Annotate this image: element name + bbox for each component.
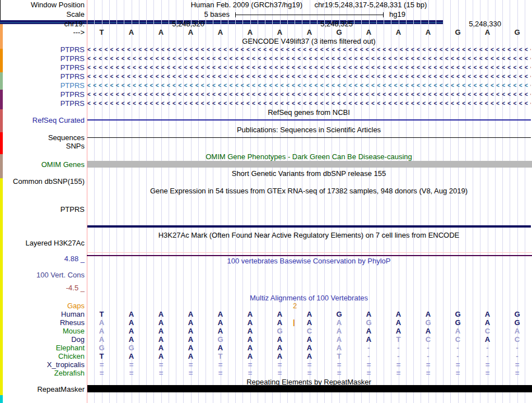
- species-label-rhesus[interactable]: Rhesus: [0, 319, 85, 326]
- assembly-title: Human Feb. 2009 (GRCh37/hg19): [191, 1, 302, 9]
- align-base: A: [384, 311, 413, 318]
- cons-max-label: 4.88 _: [0, 255, 85, 262]
- align-base: =: [443, 361, 473, 368]
- align-base: A: [295, 353, 324, 360]
- align-base: T: [87, 311, 116, 318]
- omim-genes-label[interactable]: OMIM Genes: [0, 161, 85, 168]
- align-base: C: [443, 336, 473, 343]
- strand-label: --->: [0, 29, 85, 36]
- align-base: =: [265, 369, 295, 377]
- align-base: A: [384, 319, 413, 326]
- gtex-gene-model-line[interactable]: [87, 225, 531, 228]
- gencode-gene-label[interactable]: PTPRS: [0, 91, 85, 98]
- gencode-gene-label[interactable]: PTPRS: [0, 64, 85, 71]
- align-base: =: [146, 361, 176, 368]
- align-base: G: [413, 319, 443, 326]
- snps-label[interactable]: SNPs: [0, 142, 85, 150]
- dbsnp-title: Short Genetic Variants from dbSNP releas…: [87, 170, 531, 177]
- species-label-chicken[interactable]: Chicken: [0, 353, 85, 360]
- align-base: A: [265, 319, 295, 326]
- sequences-label[interactable]: Sequences: [0, 134, 85, 141]
- repeatmasker-bar[interactable]: [87, 385, 532, 392]
- align-base: A: [87, 319, 116, 326]
- gencode-gene-arrows: <<<<<<<<<<<<<<<<<<<<<<<<<<<<<<<<<<<<<<<<…: [87, 73, 531, 80]
- align-base: A: [354, 311, 384, 318]
- gtex-gene-label[interactable]: PTPRS: [0, 206, 85, 213]
- align-base: G: [502, 319, 532, 326]
- align-base: =: [116, 369, 146, 377]
- align-base: C: [413, 336, 443, 343]
- refseq-curated-label[interactable]: RefSeq Curated: [0, 117, 85, 124]
- gencode-gene-label[interactable]: PTPRS: [0, 55, 85, 62]
- align-base: G: [265, 327, 295, 335]
- genome-browser-image[interactable]: Window Position Human Feb. 2009 (GRCh37/…: [0, 0, 532, 403]
- species-label-zebrafish[interactable]: Zebrafish: [0, 369, 85, 377]
- align-base: A: [235, 344, 265, 351]
- align-base: =: [354, 369, 384, 377]
- sequence-base: A: [146, 29, 176, 36]
- species-label-gaps[interactable]: Gaps: [0, 302, 85, 309]
- align-base: A: [116, 353, 146, 360]
- layered-h3k27ac-label[interactable]: Layered H3K27Ac: [0, 239, 85, 247]
- sequence-base: A: [473, 29, 502, 36]
- gencode-gene-label[interactable]: PTPRS: [0, 73, 85, 80]
- align-base: A: [146, 336, 176, 343]
- align-base: =: [413, 369, 443, 377]
- gencode-gene-arrows: <<<<<<<<<<<<<<<<<<<<<<<<<<<<<<<<<<<<<<<<…: [87, 82, 531, 89]
- sequence-base: A: [116, 29, 146, 36]
- species-label-human[interactable]: Human: [0, 311, 85, 318]
- omim-gray-bar[interactable]: [87, 161, 532, 168]
- align-base: A: [146, 353, 176, 360]
- cons-track-label[interactable]: 100 Vert. Cons: [0, 271, 85, 279]
- sequence-base: G: [324, 29, 354, 36]
- gencode-gene-label[interactable]: PTPRS: [0, 82, 85, 89]
- gencode-gene-arrows: <<<<<<<<<<<<<<<<<<<<<<<<<<<<<<<<<<<<<<<<…: [87, 64, 531, 71]
- align-base: A: [473, 311, 502, 318]
- sequence-base: G: [443, 29, 473, 36]
- sequences-line[interactable]: [87, 137, 531, 138]
- align-base: -: [502, 344, 532, 351]
- sequence-base: A: [384, 29, 413, 36]
- scale-label: Scale: [0, 11, 85, 18]
- align-base: =: [324, 361, 354, 368]
- gencode-gene-label[interactable]: PTPRS: [0, 100, 85, 107]
- align-base: =: [295, 361, 324, 368]
- repeatmasker-label[interactable]: RepeatMasker: [0, 386, 85, 393]
- align-base: A: [116, 336, 146, 343]
- align-base: A: [176, 344, 206, 351]
- refseq-gene-line[interactable]: [87, 119, 531, 121]
- align-base: -: [443, 353, 473, 360]
- common-dbsnp-label[interactable]: Common dbSNP(155): [0, 178, 85, 185]
- sequence-base: T: [87, 29, 116, 36]
- align-base: -: [413, 353, 443, 360]
- align-base: A: [502, 327, 532, 335]
- gencode-gene-arrows: <<<<<<<<<<<<<<<<<<<<<<<<<<<<<<<<<<<<<<<<…: [87, 91, 531, 98]
- align-base: =: [324, 369, 354, 377]
- align-base: -: [354, 353, 384, 360]
- position-range: chr19:5,248,317-5,248,331 (15 bp): [314, 1, 427, 9]
- align-base: A: [354, 327, 384, 335]
- align-base: G: [443, 319, 473, 326]
- align-base: A: [473, 319, 502, 326]
- species-label-x_tropicalis[interactable]: X_tropicalis: [0, 361, 85, 368]
- h3k27ac-title: H3K27Ac Mark (Often Found Near Active Re…: [87, 231, 531, 239]
- sequence-base: A: [265, 29, 295, 36]
- gtex-bar[interactable]: [0, 24, 3, 49]
- align-base: A: [324, 336, 354, 343]
- species-label-dog[interactable]: Dog: [0, 336, 85, 343]
- species-label-elephant[interactable]: Elephant: [0, 344, 85, 351]
- rhesus-insert-marker: |: [293, 318, 296, 326]
- align-base: -: [413, 344, 443, 351]
- align-base: A: [87, 336, 116, 343]
- scale-value: 5 bases: [140, 11, 230, 18]
- gtex-bar[interactable]: [0, 395, 3, 403]
- align-base: A: [443, 327, 473, 335]
- align-base: =: [176, 361, 206, 368]
- align-base: =: [295, 369, 324, 377]
- align-base: A: [235, 319, 265, 326]
- gencode-gene-label[interactable]: PTPRS: [0, 46, 85, 53]
- sequence-base: A: [354, 29, 384, 36]
- align-base: =: [473, 361, 502, 368]
- align-base: A: [413, 311, 443, 318]
- species-label-mouse[interactable]: Mouse: [0, 327, 85, 335]
